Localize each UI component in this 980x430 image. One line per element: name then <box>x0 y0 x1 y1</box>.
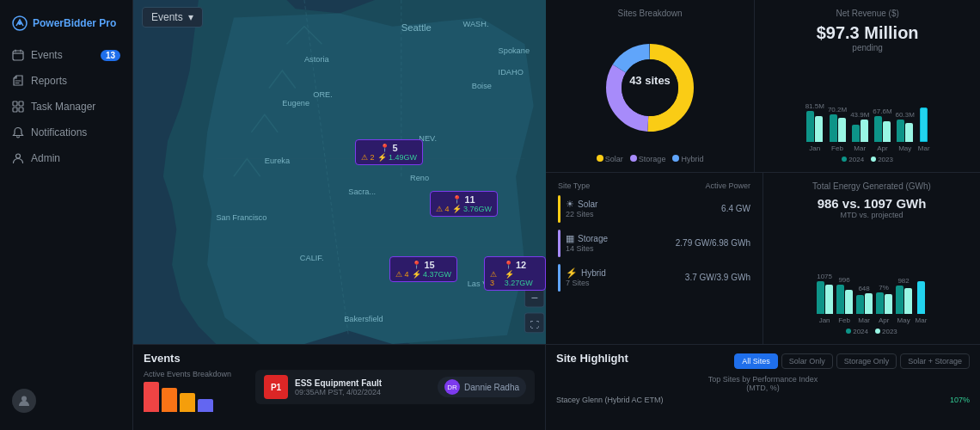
site-highlight-title: Site Highlight <box>556 352 628 365</box>
svg-text:Spokane: Spokane <box>499 46 530 55</box>
map-pin-2[interactable]: 📍11 ⚠ 4 ⚡ 3.76GW <box>430 191 498 217</box>
total-energy-title: Total Energy Generated (GWh) <box>775 181 968 191</box>
net-revenue-chart: 81.5M Jan 70.2M <box>767 58 968 152</box>
event-card[interactable]: P1 ESS Equipment Fault 09:35AM PST, 4/02… <box>255 370 535 404</box>
sh-row-1: Stacey Glenn (Hybrid AC ETM) 107% <box>556 395 970 405</box>
events-title: Events <box>144 352 535 365</box>
revenue-chart-legend: 2024 2023 <box>767 156 968 163</box>
st-row-hybrid: ⚡ Hybrid 7 Sites 3.7 GW/3.9 GWh <box>558 264 750 292</box>
svg-point-8 <box>21 396 27 402</box>
mini-bar-3 <box>180 393 195 412</box>
assignee-name: Dannie Radha <box>464 383 519 392</box>
mini-bars <box>144 382 247 412</box>
event-assignee: DR Dannie Radha <box>438 377 526 397</box>
events-breakdown: Active Events Breakdown <box>144 370 247 412</box>
bar-current: Mar <box>918 107 930 152</box>
analytics-top: Sites Breakdown 43 sites <box>546 0 980 173</box>
svg-text:⛶: ⛶ <box>530 320 539 329</box>
filter-storage-only[interactable]: Storage Only <box>836 353 897 369</box>
total-energy-value: 986 vs. 1097 GWh <box>775 196 968 211</box>
site-highlight-section: Site Highlight All Sites Solar Only Stor… <box>546 345 980 430</box>
svg-text:−: − <box>530 291 537 304</box>
event-time: 09:35AM PST, 4/02/2024 <box>295 388 431 396</box>
svg-text:CALIF.: CALIF. <box>300 254 324 262</box>
svg-point-7 <box>16 154 21 158</box>
sidebar-item-label: Admin <box>31 152 60 164</box>
map-section: Events ▾ Seattle <box>133 0 546 344</box>
energy-chart-legend: 2024 2023 <box>775 328 968 335</box>
sidebar-item-reports[interactable]: Reports <box>5 69 127 93</box>
analytics-section: Sites Breakdown 43 sites <box>546 0 980 344</box>
event-priority-badge: P1 <box>264 375 288 399</box>
site-highlight-content: Top Sites by Performance Index(MTD, %) S… <box>556 375 970 405</box>
st-header-left: Site Type <box>558 181 590 190</box>
svg-text:IDAHO: IDAHO <box>499 68 524 77</box>
bar-apr: 67.6M Apr <box>873 108 891 152</box>
sidebar-item-label: Reports <box>31 75 67 87</box>
energy-bar-feb: 996 Feb <box>836 276 853 324</box>
events-content: Active Events Breakdown P1 ESS Equipment… <box>144 370 535 412</box>
events-badge: 13 <box>101 50 120 61</box>
mini-bar-4 <box>198 399 213 412</box>
sidebar: PowerBidder Pro Events 13 <box>0 0 133 430</box>
svg-text:Eureka: Eureka <box>265 157 291 165</box>
solar-color-bar <box>558 195 560 223</box>
svg-text:43 sites: 43 sites <box>629 74 671 87</box>
sidebar-item-label: Events <box>31 49 63 61</box>
site-highlight-header: Site Highlight All Sites Solar Only Stor… <box>556 352 970 370</box>
total-energy-sub: MTD vs. projected <box>775 211 968 219</box>
total-energy-chart: 1075 Jan 996 <box>775 223 968 325</box>
net-revenue-value: $97.3 Million <box>767 23 968 43</box>
svg-rect-5 <box>13 108 17 112</box>
svg-rect-2 <box>13 51 23 60</box>
svg-rect-3 <box>13 101 17 106</box>
main-content: Events ▾ Seattle <box>133 0 980 430</box>
svg-text:Sacra...: Sacra... <box>348 187 376 196</box>
map-background: Seattle WASH. Spokane Astoria Eugene ORE… <box>133 0 546 344</box>
st-row-storage: ▦ Storage 14 Sites 2.79 GW/6.98 GWh <box>558 230 750 257</box>
svg-text:Astoria: Astoria <box>304 55 330 64</box>
net-revenue-panel: Net Revenue ($) $97.3 Million pending 81… <box>755 0 980 172</box>
taskmanager-icon <box>12 101 24 113</box>
filter-all-sites[interactable]: All Sites <box>734 353 778 369</box>
svg-text:Reno: Reno <box>410 174 429 182</box>
reports-icon <box>12 75 24 87</box>
site-type-panel: Site Type Active Power ☀ Solar 22 Sites <box>546 173 763 345</box>
map-header: Events ▾ <box>142 7 203 28</box>
map-dropdown[interactable]: Events ▾ <box>142 7 203 28</box>
events-section: Events Active Events Breakdown P1 <box>133 345 546 430</box>
legend-hybrid: Hybrid <box>672 155 703 163</box>
logo-icon <box>12 15 28 31</box>
sidebar-item-taskmanager[interactable]: Task Manager <box>5 95 127 119</box>
svg-point-1 <box>18 22 21 25</box>
sh-site-name: Stacey Glenn (Hybrid AC ETM) <box>556 396 950 404</box>
event-info: ESS Equipment Fault 09:35AM PST, 4/02/20… <box>295 378 431 396</box>
map-pin-4[interactable]: 📍12 ⚠ 3 ⚡ 3.27GW <box>484 256 546 291</box>
sidebar-item-notifications[interactable]: Notifications <box>5 120 127 144</box>
filter-solar-storage[interactable]: Solar + Storage <box>900 353 970 369</box>
map-pin-1[interactable]: 📍5 ⚠ 2 ⚡ 1.49GW <box>355 139 423 165</box>
mini-bar-1 <box>144 382 159 412</box>
svg-text:San Francisco: San Francisco <box>216 213 266 222</box>
sidebar-item-events[interactable]: Events 13 <box>5 43 127 67</box>
hybrid-info: ⚡ Hybrid 7 Sites <box>566 267 680 287</box>
sidebar-item-label: Task Manager <box>31 101 95 113</box>
legend-solar: Solar <box>597 155 623 163</box>
filter-solar-only[interactable]: Solar Only <box>781 353 833 369</box>
top-row: Events ▾ Seattle <box>133 0 980 344</box>
sidebar-nav: Events 13 Reports <box>0 43 132 380</box>
svg-text:Bakersfield: Bakersfield <box>344 315 383 323</box>
svg-text:WASH.: WASH. <box>463 20 489 28</box>
map-pin-3[interactable]: 📍15 ⚠ 4 ⚡ 4.37GW <box>389 256 457 282</box>
total-energy-panel: Total Energy Generated (GWh) 986 vs. 109… <box>763 173 980 345</box>
avatar[interactable] <box>12 389 36 413</box>
sh-table-title: Top Sites by Performance Index(MTD, %) <box>556 375 970 392</box>
solar-info: ☀ Solar 22 Sites <box>566 199 716 218</box>
svg-point-37 <box>622 59 678 116</box>
site-highlight-table: Top Sites by Performance Index(MTD, %) S… <box>556 375 970 405</box>
storage-color-bar <box>558 230 560 257</box>
logo-text: PowerBidder Pro <box>33 17 116 29</box>
storage-info: ▦ Storage 14 Sites <box>566 233 671 253</box>
bar-may: 60.3M May <box>896 111 915 152</box>
sidebar-item-admin[interactable]: Admin <box>5 146 127 170</box>
